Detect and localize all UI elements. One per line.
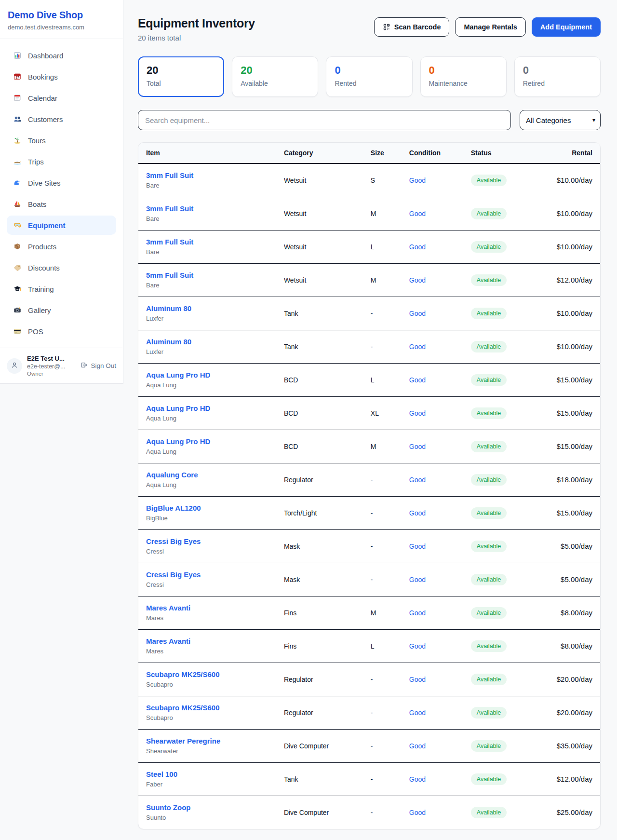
item-size: - [363,463,402,496]
item-rental-rate: $12.00/day [555,762,600,796]
sidebar-item-customers[interactable]: Customers [7,109,116,129]
item-name-link[interactable]: Scubapro MK25/S600 [146,704,220,712]
search-input[interactable] [138,110,511,130]
item-name-link[interactable]: Aluminum 80 [146,338,191,346]
status-badge: Available [471,740,507,752]
item-name-link[interactable]: Suunto Zoop [146,803,190,812]
stat-label: Maintenance [429,80,498,87]
item-condition-link[interactable]: Good [409,809,426,816]
sidebar-item-calendar[interactable]: Calendar [7,88,116,108]
stat-card-rented[interactable]: 0Rented [326,56,412,97]
item-category: Fins [276,629,363,663]
sign-out-label: Sign Out [91,362,116,369]
item-name-link[interactable]: Mares Avanti [146,604,190,612]
item-name-link[interactable]: Shearwater Peregrine [146,737,220,745]
header-actions: Scan Barcode Manage Rentals Add Equipmen… [374,17,601,37]
sign-out-button[interactable]: Sign Out [80,361,116,370]
stat-card-total[interactable]: 20Total [138,56,224,97]
item-condition-link[interactable]: Good [409,376,426,384]
sidebar-item-equipment[interactable]: Equipment [7,216,116,235]
sidebar-nav: Dashboard17BookingsCalendarCustomersTour… [0,39,123,348]
item-condition-link[interactable]: Good [409,476,426,484]
equipment-icon [13,220,22,230]
item-name-link[interactable]: 3mm Full Suit [146,238,193,246]
status-badge: Available [471,274,507,286]
item-condition-link[interactable]: Good [409,709,426,717]
filters-bar: All Categories ▾ [138,110,601,130]
item-name-link[interactable]: Scubapro MK25/S600 [146,670,220,678]
scan-barcode-label: Scan Barcode [394,23,441,31]
sidebar-item-label: Customers [28,115,63,123]
item-condition-link[interactable]: Good [409,609,426,617]
sidebar-item-gallery[interactable]: Gallery [7,300,116,320]
item-name-link[interactable]: Aqua Lung Pro HD [146,371,210,379]
item-condition-link[interactable]: Good [409,676,426,683]
item-rental-rate: $12.00/day [555,263,600,297]
column-header-condition: Condition [402,143,463,163]
sidebar-item-dashboard[interactable]: Dashboard [7,46,116,65]
stat-card-maintenance[interactable]: 0Maintenance [420,56,507,97]
item-name-link[interactable]: 5mm Full Suit [146,271,193,279]
user-meta: E2E Test U... e2e-tester@... Owner [27,355,75,377]
item-name-link[interactable]: BigBlue AL1200 [146,504,201,512]
user-name: E2E Test U... [27,355,75,362]
item-name-link[interactable]: Aluminum 80 [146,304,191,312]
sidebar-item-products[interactable]: Products [7,237,116,256]
item-condition-link[interactable]: Good [409,576,426,583]
item-condition-link[interactable]: Good [409,276,426,284]
item-name-link[interactable]: 3mm Full Suit [146,171,193,179]
item-name-link[interactable]: Aqualung Core [146,471,198,479]
stat-value: 0 [523,64,592,77]
sidebar-item-bookings[interactable]: 17Bookings [7,67,116,86]
item-condition-link[interactable]: Good [409,542,426,550]
item-name-link[interactable]: Cressi Big Eyes [146,570,201,579]
barcode-scan-icon [383,23,390,31]
item-name-link[interactable]: Cressi Big Eyes [146,537,201,545]
item-brand: Scubapro [146,681,268,688]
add-equipment-button[interactable]: Add Equipment [532,17,601,37]
training-icon [13,284,22,294]
sidebar-item-training[interactable]: Training [7,279,116,298]
status-badge: Available [471,541,507,552]
category-select[interactable]: All Categories [520,110,601,130]
item-condition-link[interactable]: Good [409,210,426,217]
item-brand: Aqua Lung [146,381,268,389]
item-name-link[interactable]: Mares Avanti [146,637,190,645]
item-condition-link[interactable]: Good [409,409,426,417]
item-category: Wetsuit [276,230,363,263]
item-name-link[interactable]: Aqua Lung Pro HD [146,437,210,446]
item-condition-link[interactable]: Good [409,775,426,783]
table-row: Cressi Big Eyes Cressi Mask - Good Avail… [138,529,600,563]
item-rental-rate: $10.00/day [555,163,600,197]
item-brand: Suunto [146,814,268,821]
item-name-link[interactable]: Aqua Lung Pro HD [146,404,210,412]
item-condition-link[interactable]: Good [409,642,426,650]
item-name-link[interactable]: 3mm Full Suit [146,204,193,213]
item-condition-link[interactable]: Good [409,343,426,351]
user-section: E2E Test U... e2e-tester@... Owner Sign … [0,348,123,383]
sidebar-item-pos[interactable]: POS [7,322,116,341]
scan-barcode-button[interactable]: Scan Barcode [374,17,450,37]
item-condition-link[interactable]: Good [409,509,426,517]
sidebar-item-discounts[interactable]: Discounts [7,258,116,277]
item-condition-link[interactable]: Good [409,443,426,450]
item-condition-link[interactable]: Good [409,310,426,317]
item-name-link[interactable]: Steel 100 [146,770,177,778]
sidebar-item-boats[interactable]: Boats [7,194,116,214]
table-row: 5mm Full Suit Bare Wetsuit M Good Availa… [138,263,600,297]
sidebar-item-trips[interactable]: Trips [7,152,116,171]
stat-card-retired[interactable]: 0Retired [514,56,601,97]
sidebar-item-tours[interactable]: Tours [7,131,116,150]
stat-card-available[interactable]: 20Available [232,56,318,97]
item-condition-link[interactable]: Good [409,243,426,251]
stat-value: 20 [241,64,309,77]
item-condition-link[interactable]: Good [409,176,426,184]
table-row: Steel 100 Faber Tank - Good Available $1… [138,762,600,796]
table-row: Suunto Zoop Suunto Dive Computer - Good … [138,796,600,829]
status-badge: Available [471,308,507,319]
sidebar-item-dive-sites[interactable]: Dive Sites [7,173,116,192]
table-row: Scubapro MK25/S600 Scubapro Regulator - … [138,663,600,696]
manage-rentals-button[interactable]: Manage Rentals [455,17,525,37]
item-condition-link[interactable]: Good [409,742,426,750]
sidebar-panel: Demo Dive Shop demo.test.divestreams.com… [0,0,123,384]
